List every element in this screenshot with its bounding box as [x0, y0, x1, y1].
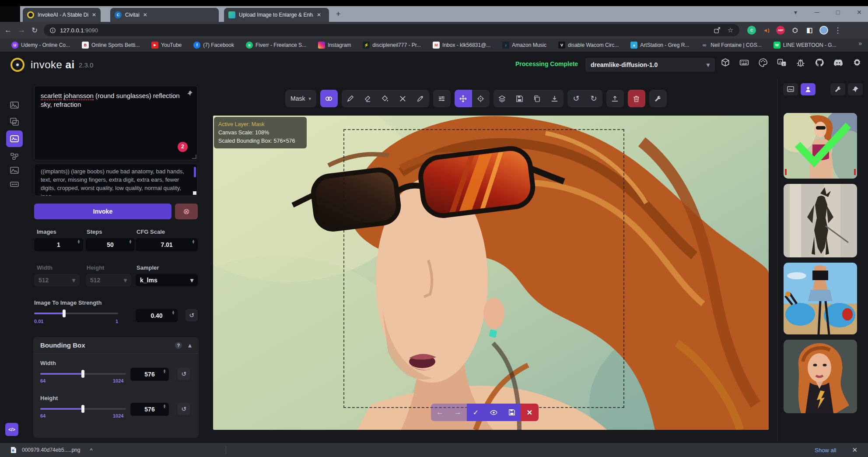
bbox-width-slider[interactable]	[40, 373, 126, 375]
extension-icon[interactable]: C	[747, 26, 756, 35]
reset-view-button[interactable]	[472, 90, 490, 107]
bookmark-item[interactable]: BOnline Sports Betti...	[82, 42, 140, 49]
report-bug-icon[interactable]	[796, 58, 805, 67]
bbox-height-input[interactable]: 576 ▲▼	[130, 403, 169, 416]
strength-input[interactable]: 0.40 ▲▼	[136, 309, 178, 322]
discord-icon[interactable]	[833, 58, 843, 67]
steps-input[interactable]: 50 ▲▼	[86, 238, 135, 251]
adblock-extension-icon[interactable]: ABP	[776, 26, 785, 35]
window-minimize-button[interactable]: ─	[815, 9, 819, 16]
clear-canvas-button[interactable]	[628, 90, 645, 107]
stepper[interactable]: ▲▼	[77, 240, 80, 244]
undo-button[interactable]: ↺	[567, 90, 585, 107]
collapse-chevron-icon[interactable]: ▴	[188, 341, 192, 349]
hotkeys-keyboard-icon[interactable]	[739, 58, 749, 67]
show-all-downloads-link[interactable]: Show all	[815, 447, 836, 453]
extensions-puzzle-icon[interactable]: ⬡	[791, 26, 799, 35]
browser-reload-button[interactable]: ↻	[32, 26, 38, 35]
browser-menu-icon[interactable]: ⋮	[834, 26, 841, 35]
gallery-settings-button[interactable]	[830, 83, 845, 95]
url-bar[interactable]: 127.0.0.1:9090 ☆	[44, 24, 739, 36]
save-staging-button[interactable]	[503, 409, 521, 416]
slider-thumb[interactable]	[81, 370, 84, 378]
bookmark-item[interactable]: Instagram	[318, 42, 351, 49]
brush-tool-button[interactable]	[342, 90, 359, 107]
canvas-bounding-box[interactable]	[343, 129, 624, 408]
strength-reset-button[interactable]: ↺	[186, 309, 198, 321]
bookmark-item[interactable]: fiFiverr - Freelance S...	[246, 42, 306, 49]
bookmark-item[interactable]: WLINE WEBTOON - G...	[774, 42, 836, 49]
gallery-thumbnail[interactable]	[784, 340, 857, 413]
brush-options-button[interactable]	[433, 90, 451, 107]
settings-gear-icon[interactable]	[852, 58, 862, 67]
mask-toggle-button[interactable]	[320, 90, 338, 107]
language-icon[interactable]: Az	[777, 58, 787, 67]
bookmark-item[interactable]: ⚡discipleneil777 - Pr...	[363, 42, 421, 49]
dark-reader-extension-icon[interactable]: ◧	[805, 26, 814, 35]
tab-nodes[interactable]	[6, 149, 23, 163]
bookmark-item[interactable]: UUdemy - Online Co...	[11, 42, 70, 49]
bookmark-item[interactable]: ▲ArtStation - Greg R...	[630, 42, 689, 49]
sampler-select[interactable]: k_lms▾	[136, 274, 198, 286]
canvas-settings-button[interactable]	[649, 90, 667, 107]
stepper[interactable]: ▲▼	[163, 369, 166, 374]
new-tab-button[interactable]: +	[336, 10, 341, 19]
console-toggle-button[interactable]: </>	[5, 423, 18, 436]
color-picker-button[interactable]	[412, 90, 429, 107]
bounding-box-header[interactable]: Bounding Box ? ▴	[33, 337, 199, 354]
resize-corner[interactable]	[193, 191, 196, 195]
gallery-thumbnail[interactable]	[784, 263, 857, 334]
resize-grip[interactable]	[192, 155, 196, 159]
bookmark-item[interactable]: ▶YouTube	[151, 42, 182, 49]
bookmark-item[interactable]: ∞Neil Fontaine | CGS...	[701, 42, 762, 49]
next-image-button[interactable]: →	[449, 408, 467, 416]
erase-bounding-box-button[interactable]	[394, 90, 412, 107]
window-menu-icon[interactable]: ▾	[794, 9, 797, 16]
tab-unified-canvas[interactable]	[6, 130, 23, 147]
show-hide-button[interactable]	[485, 409, 503, 416]
upload-button[interactable]	[606, 90, 624, 107]
model-select[interactable]: dreamlike-diffusion-1.0 ▾	[585, 58, 715, 72]
stepper[interactable]: ▲▼	[172, 311, 175, 315]
downloads-bar-close-button[interactable]: ✕	[852, 446, 858, 454]
bookmark-item[interactable]: MInbox - klk56831@...	[433, 42, 490, 49]
stepper[interactable]: ▲▼	[163, 404, 166, 409]
tab-training[interactable]	[6, 177, 23, 191]
bookmark-item[interactable]: ♪Amazon Music	[502, 42, 546, 49]
invoke-button[interactable]: Invoke	[34, 204, 172, 219]
bbox-width-input[interactable]: 576 ▲▼	[130, 368, 169, 381]
bbox-height-slider[interactable]	[40, 408, 126, 410]
move-tool-button[interactable]	[455, 90, 472, 107]
download-image-button[interactable]	[546, 90, 564, 107]
images-input[interactable]: 1 ▲▼	[34, 238, 83, 251]
tab-close-icon[interactable]: ✕	[143, 12, 147, 18]
negative-prompt-input[interactable]: ((implants)) (large boobs) nude bad anat…	[34, 164, 198, 196]
bbox-height-reset-button[interactable]: ↺	[178, 403, 190, 415]
merge-visible-button[interactable]	[494, 90, 511, 107]
save-to-gallery-button[interactable]	[511, 90, 528, 107]
profile-avatar[interactable]	[819, 26, 828, 35]
theme-palette-icon[interactable]	[758, 58, 768, 67]
browser-tab-civitai[interactable]: C Civitai ✕	[110, 8, 219, 22]
site-info-icon[interactable]	[50, 28, 56, 33]
download-caret-icon[interactable]: ^	[90, 447, 92, 453]
window-maximize-button[interactable]: □	[836, 9, 840, 16]
stepper[interactable]: ▲▼	[192, 240, 195, 244]
stepper[interactable]: ▲▼	[129, 240, 132, 244]
tab-image-to-image[interactable]	[6, 115, 23, 129]
scrollbar-thumb[interactable]	[194, 167, 196, 177]
redo-button[interactable]: ↻	[585, 90, 602, 107]
accept-image-button[interactable]: ✓	[467, 408, 485, 417]
gallery-generations-toggle[interactable]	[783, 83, 798, 95]
strength-slider[interactable]	[34, 313, 118, 314]
eraser-tool-button[interactable]	[359, 90, 377, 107]
slider-thumb[interactable]	[63, 309, 66, 317]
bookmarks-overflow-icon[interactable]: »	[858, 40, 862, 47]
window-close-button[interactable]: ✕	[857, 9, 862, 16]
extension-icon[interactable]: ◄)	[762, 26, 770, 35]
gallery-thumbnail-selected[interactable]	[784, 113, 857, 179]
pin-gallery-button[interactable]	[848, 83, 863, 95]
tab-postprocessing[interactable]	[6, 163, 23, 177]
browser-back-button[interactable]: ←	[4, 26, 12, 35]
bookmark-item[interactable]: f(7) Facebook	[193, 42, 234, 49]
